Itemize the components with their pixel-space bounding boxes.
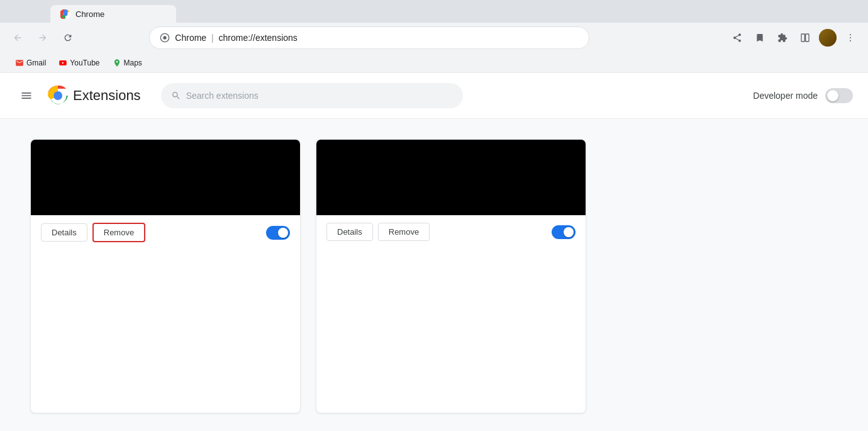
search-bar[interactable]: [161, 83, 463, 108]
address-text: Chrome | chrome://extensions: [175, 33, 579, 43]
toggle-track-1[interactable]: [266, 226, 290, 240]
svg-rect-4: [801, 34, 804, 42]
nav-bar: Chrome | chrome://extensions: [0, 23, 868, 53]
bookmark-youtube[interactable]: YouTube: [53, 56, 104, 70]
svg-point-8: [850, 40, 851, 42]
extension-actions-2: Details Remove: [316, 215, 586, 249]
extensions-grid: Details Remove Details Remove: [0, 119, 868, 431]
gmail-icon: [15, 59, 24, 67]
extension-card-1: Details Remove: [30, 139, 301, 413]
developer-mode-toggle[interactable]: [825, 88, 853, 103]
forward-button[interactable]: [33, 28, 53, 48]
bookmarks-bar: Gmail YouTube Maps: [0, 53, 868, 73]
chrome-favicon: [60, 9, 70, 19]
split-screen-button[interactable]: [795, 28, 815, 48]
remove-button-2[interactable]: Remove: [378, 223, 430, 241]
extension-actions-1: Details Remove: [31, 215, 300, 250]
share-button[interactable]: [727, 28, 747, 48]
toggle-thumb-1: [278, 228, 288, 238]
extensions-header: Extensions Developer mode: [0, 73, 868, 119]
details-button-1[interactable]: Details: [41, 223, 87, 242]
developer-mode-label: Developer mode: [753, 91, 818, 101]
nav-right-buttons: [727, 28, 860, 48]
search-input[interactable]: [186, 91, 453, 101]
youtube-icon: [58, 59, 67, 67]
chrome-logo: [48, 86, 68, 106]
svg-point-3: [164, 36, 167, 39]
bookmark-youtube-label: YouTube: [70, 59, 99, 67]
tab-bar: Chrome: [0, 0, 868, 23]
bookmark-maps[interactable]: Maps: [108, 56, 147, 70]
site-icon: [160, 33, 170, 43]
page-content: Extensions Developer mode Details Remo: [0, 73, 868, 431]
page-title: Extensions: [73, 87, 141, 104]
extension-image-1: [31, 140, 300, 215]
avatar: [819, 29, 837, 47]
profile-button[interactable]: [818, 28, 838, 48]
toggle-track[interactable]: [825, 88, 853, 103]
svg-point-11: [55, 92, 61, 99]
toggle-thumb-2: [564, 227, 574, 237]
extension-image-2: [316, 140, 586, 215]
details-button-2[interactable]: Details: [326, 223, 373, 241]
bookmark-gmail[interactable]: Gmail: [10, 56, 51, 70]
back-button[interactable]: [8, 28, 28, 48]
bookmark-maps-label: Maps: [124, 59, 142, 67]
menu-button[interactable]: [840, 28, 860, 48]
sidebar-menu-button[interactable]: [15, 84, 38, 107]
bookmark-button[interactable]: [750, 28, 770, 48]
svg-point-6: [850, 34, 851, 35]
maps-icon: [113, 59, 121, 67]
browser-frame: Chrome Chrome | chrome://extensions: [0, 0, 868, 73]
active-tab[interactable]: Chrome: [50, 5, 176, 23]
remove-button-1[interactable]: Remove: [92, 223, 145, 242]
reload-button[interactable]: [58, 28, 78, 48]
bookmark-gmail-label: Gmail: [26, 59, 46, 67]
address-bar[interactable]: Chrome | chrome://extensions: [149, 26, 589, 49]
search-icon: [171, 91, 181, 101]
toggle-thumb: [827, 90, 838, 101]
extension-toggle-1[interactable]: [266, 226, 290, 240]
extension-toggle-2[interactable]: [552, 225, 576, 239]
svg-point-7: [850, 37, 851, 38]
tab-title: Chrome: [75, 9, 104, 19]
svg-rect-5: [806, 34, 809, 42]
developer-mode-container: Developer mode: [753, 88, 853, 103]
extension-card-2: Details Remove: [316, 139, 586, 413]
extensions-puzzle-button[interactable]: [772, 28, 793, 48]
toggle-track-2[interactable]: [552, 225, 576, 239]
